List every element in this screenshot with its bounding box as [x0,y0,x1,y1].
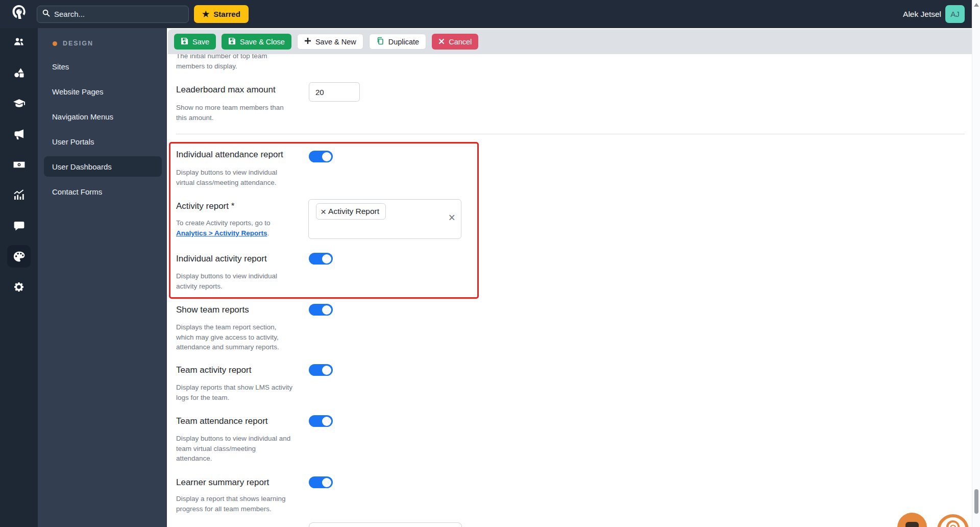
sidebar-section-header: DESIGN [53,40,167,47]
duplicate-button[interactable]: Duplicate [369,34,426,50]
individual-attendance-toggle[interactable] [309,151,333,162]
scrollbar-up-arrow-icon[interactable] [974,3,979,7]
next-field-input-partial[interactable] [309,522,462,527]
sidebar-item-navigation-menus[interactable]: Navigation Menus [44,106,162,127]
search-icon [42,9,50,19]
save-button[interactable]: Save [174,34,216,50]
app-logo[interactable] [0,4,38,25]
chat-icon [13,220,25,232]
tag-label: Activity Report [328,207,379,216]
save-and-close-button[interactable]: Save & Close [222,34,291,50]
design-sidebar: DESIGN Sites Website Pages Navigation Me… [38,28,167,527]
plus-icon [304,37,311,46]
team-activity-label: Team activity report [176,365,251,375]
show-team-reports-toggle[interactable] [309,304,333,316]
team-attendance-toggle[interactable] [309,415,333,427]
help-line: Display reports that show LMS activity [176,382,292,393]
help-line: virtual class/meeting attendance. [176,178,277,188]
duplicate-label: Duplicate [388,38,419,46]
palette-icon [13,250,26,263]
sidebar-item-user-portals[interactable]: User Portals [44,131,162,152]
save-label: Save [192,38,209,46]
shapes-icon [13,67,25,79]
section-dot-icon [53,41,57,46]
rail-item-shapes[interactable] [7,61,31,84]
save-icon [181,37,188,46]
chat-bubble-icon [905,522,919,527]
avatar-initials: AJ [950,10,960,18]
users-icon [13,36,25,48]
scrollbar-thumb[interactable] [974,489,978,514]
sidebar-list: Sites Website Pages Navigation Menus Use… [38,56,167,202]
help-line: logs for the team. [176,393,292,403]
sidebar-item-contact-forms[interactable]: Contact Forms [44,181,162,202]
save-and-new-button[interactable]: Save & New [297,34,363,50]
team-attendance-help: Display buttons to view individual and t… [176,434,290,464]
rail-item-design[interactable] [7,245,31,268]
search-box[interactable] [37,6,189,23]
sidebar-item-sites[interactable]: Sites [44,56,162,77]
page-scrollbar[interactable] [972,0,980,527]
activity-report-help: To create Activity reports, go to Analyt… [176,218,271,238]
search-input[interactable] [54,10,183,18]
sidebar-item-website-pages[interactable]: Website Pages [44,81,162,102]
learner-summary-help: Display a report that shows learning pro… [176,494,286,514]
individual-attendance-help: Display buttons to view individual virtu… [176,167,277,187]
action-toolbar: Save Save & Close Save & New Duplicate [168,29,972,54]
section-divider [176,134,965,134]
rail-item-settings[interactable] [7,276,31,298]
help-line: attendance. [176,453,290,464]
tag-remove-icon[interactable]: × [321,207,326,217]
rail-item-learning[interactable] [7,92,31,114]
team-activity-toggle[interactable] [309,364,333,376]
section-title: DESIGN [63,40,93,47]
help-line: attendance and summary reports. [176,342,279,352]
graduation-cap-icon [13,97,26,110]
activity-report-label: Activity report * [176,201,234,211]
cancel-button[interactable]: Cancel [432,34,478,50]
money-icon [13,158,26,171]
close-icon [438,38,445,46]
main-content: Save Save & Close Save & New Duplicate [167,28,972,527]
rail-item-analytics[interactable] [7,184,31,206]
select-clear-icon[interactable]: × [449,212,455,224]
help-line: Display a report that shows learning [176,494,286,504]
rail-item-commerce[interactable] [7,153,31,176]
help-line: Show no more team members than [176,103,284,113]
leaderboard-max-input[interactable] [309,82,360,102]
show-team-reports-help: Displays the team report section, which … [176,322,279,352]
save-icon [228,37,236,46]
analytics-activity-reports-link[interactable]: Analytics > Activity Reports [176,229,267,237]
individual-activity-help: Display buttons to view individual activ… [176,271,277,291]
help-line: this amount. [176,113,284,123]
save-and-close-label: Save & Close [240,38,285,46]
help-line: which may give access to activity, [176,332,279,343]
highlighted-region: Individual attendance report Display but… [169,142,479,299]
activity-report-select[interactable]: × Activity Report × [308,199,461,239]
leaderboard-max-help: Show no more team members than this amou… [176,103,284,123]
help-line: Displays the team report section, [176,322,279,332]
link-suffix: . [267,229,269,237]
starred-button[interactable]: ★ Starred [194,5,249,23]
star-icon: ★ [202,10,209,18]
elephant-logo-icon [944,519,962,527]
sidebar-item-user-dashboards[interactable]: User Dashboards [44,156,162,177]
rail-item-users[interactable] [7,31,31,53]
help-line: Analytics > Activity Reports. [176,228,271,238]
help-line: members to display. [176,61,267,71]
individual-activity-toggle[interactable] [309,253,333,265]
megaphone-icon [13,128,25,140]
help-line: team virtual class/meeting [176,444,290,454]
help-line: progress for all team members. [176,504,286,514]
activity-report-tag[interactable]: × Activity Report [316,203,386,220]
cancel-label: Cancel [449,38,472,46]
elephant-logo-icon [11,4,27,25]
rail-item-messages[interactable] [7,214,31,237]
individual-activity-label: Individual activity report [176,254,267,264]
rail-item-marketing[interactable] [7,123,31,145]
learner-summary-toggle[interactable] [309,476,333,488]
user-name: Alek Jetsel [903,10,941,19]
avatar[interactable]: AJ [945,5,965,23]
app-root: ★ Starred Alek Jetsel AJ [0,0,980,527]
gear-icon [13,281,25,293]
